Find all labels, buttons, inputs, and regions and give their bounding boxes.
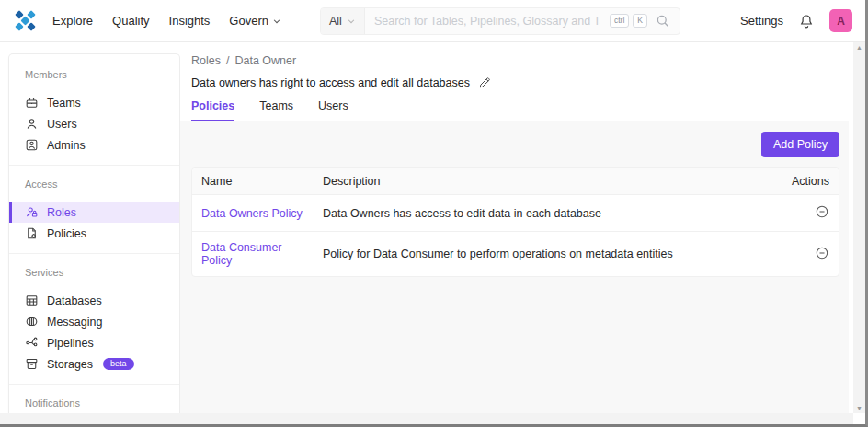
tab-teams[interactable]: Teams (259, 99, 293, 121)
column-header-description: Description (314, 168, 780, 195)
role-description: Data owners has right to access and edit… (191, 76, 470, 89)
roles-icon (25, 205, 39, 219)
policy-name-link[interactable]: Data Consumer Policy (201, 241, 282, 267)
app-window: Explore Quality Insights Govern All ctrl… (0, 0, 868, 427)
edit-pencil-icon[interactable] (478, 75, 492, 89)
search-input[interactable] (365, 15, 610, 28)
table-header-row: Name Description Actions (192, 168, 839, 195)
sidebar-item-roles[interactable]: Roles (9, 202, 179, 223)
role-tabs: Policies Teams Users (191, 99, 849, 121)
sidebar-item-label: Roles (47, 206, 76, 219)
chevron-down-icon (272, 17, 281, 26)
policies-icon (25, 226, 39, 240)
primary-nav: Explore Quality Insights Govern (52, 14, 281, 28)
sidebar-item-teams[interactable]: Teams (9, 92, 179, 113)
breadcrumb-separator: / (226, 54, 229, 67)
user-icon (25, 117, 39, 131)
table-row: Data Owners Policy Data Owners has acces… (192, 195, 839, 232)
table-row: Data Consumer Policy Policy for Data Con… (192, 232, 839, 276)
databases-icon (25, 294, 39, 307)
horizontal-scrollbar[interactable] (0, 413, 853, 424)
user-avatar[interactable]: A (829, 9, 852, 32)
vertical-scrollbar[interactable]: ▲ ▼ (853, 42, 865, 413)
nav-item-quality[interactable]: Quality (112, 14, 149, 28)
add-policy-button[interactable]: Add Policy (761, 132, 839, 157)
breadcrumb-roles-link[interactable]: Roles (191, 54, 221, 67)
global-search-bar: All ctrl K (320, 7, 680, 35)
breadcrumb: Roles / Data Owner (191, 54, 849, 67)
sidebar-item-policies[interactable]: Policies (9, 223, 179, 244)
sidebar-item-label: Pipelines (47, 337, 94, 350)
chevron-down-icon (347, 17, 356, 26)
notification-bell-icon[interactable] (798, 13, 815, 29)
policy-description: Policy for Data Consumer to perform oper… (314, 232, 780, 276)
sidebar-item-users[interactable]: Users (9, 113, 179, 134)
policies-table: Name Description Actions Data Owners Pol… (191, 167, 839, 277)
remove-policy-icon[interactable] (815, 246, 829, 260)
beta-badge: beta (103, 358, 134, 370)
scroll-up-icon[interactable]: ▲ (856, 44, 862, 51)
teams-icon (25, 96, 39, 110)
scroll-down-icon[interactable]: ▼ (856, 405, 862, 411)
admin-icon (25, 138, 39, 152)
settings-link[interactable]: Settings (740, 14, 783, 28)
sidebar-divider (9, 253, 179, 254)
role-detail-header: Roles / Data Owner Data owners has right… (180, 42, 849, 121)
sidebar-item-databases[interactable]: Databases (9, 290, 179, 311)
sidebar-section-access: Access (9, 175, 179, 197)
policy-description: Data Owners has access to edit data in e… (314, 195, 780, 232)
nav-item-govern[interactable]: Govern (229, 14, 281, 28)
top-navigation-bar: Explore Quality Insights Govern All ctrl… (0, 0, 865, 42)
sidebar-item-messaging[interactable]: Messaging (9, 311, 179, 332)
sidebar-section-services: Services (9, 263, 179, 285)
sidebar-item-label: Policies (47, 227, 86, 240)
sidebar-item-storages[interactable]: Storages beta (9, 353, 179, 375)
sidebar-item-label: Users (47, 118, 77, 131)
messaging-icon (25, 315, 39, 329)
search-scope-select[interactable]: All (321, 8, 365, 34)
pipelines-icon (25, 336, 39, 350)
column-header-actions: Actions (780, 168, 839, 195)
topbar-right-controls: Settings A (740, 9, 852, 32)
ctrl-keycap: ctrl (610, 14, 629, 28)
sidebar-item-label: Storages (47, 358, 93, 371)
nav-item-insights[interactable]: Insights (169, 14, 211, 28)
column-header-name: Name (192, 168, 314, 195)
sidebar-item-label: Databases (47, 294, 102, 307)
tab-users[interactable]: Users (318, 99, 348, 121)
search-icon[interactable] (655, 13, 670, 29)
policy-name-link[interactable]: Data Owners Policy (201, 207, 303, 220)
search-shortcut-hint: ctrl K (610, 14, 647, 28)
storages-icon (25, 357, 39, 371)
k-keycap: K (633, 14, 647, 28)
app-logo-icon[interactable] (13, 8, 38, 33)
sidebar-item-admins[interactable]: Admins (9, 134, 179, 156)
sidebar-item-label: Teams (47, 97, 81, 110)
sidebar-section-notifications: Notifications (9, 394, 179, 413)
sidebar-divider (9, 165, 179, 166)
sidebar-divider (9, 384, 179, 385)
policies-panel: Add Policy Name Description Actions Data… (180, 121, 849, 424)
sidebar-item-label: Messaging (47, 316, 102, 329)
sidebar-section-members: Members (9, 65, 179, 87)
sidebar-item-label: Admins (47, 139, 86, 152)
sidebar-item-pipelines[interactable]: Pipelines (9, 332, 179, 353)
breadcrumb-current: Data Owner (234, 54, 296, 67)
remove-policy-icon[interactable] (815, 204, 829, 219)
tab-policies[interactable]: Policies (191, 99, 234, 121)
nav-item-explore[interactable]: Explore (52, 14, 93, 28)
main-content: Roles / Data Owner Data owners has right… (180, 42, 865, 424)
settings-sidebar: Members Teams Users Admins Access Roles (8, 53, 180, 413)
